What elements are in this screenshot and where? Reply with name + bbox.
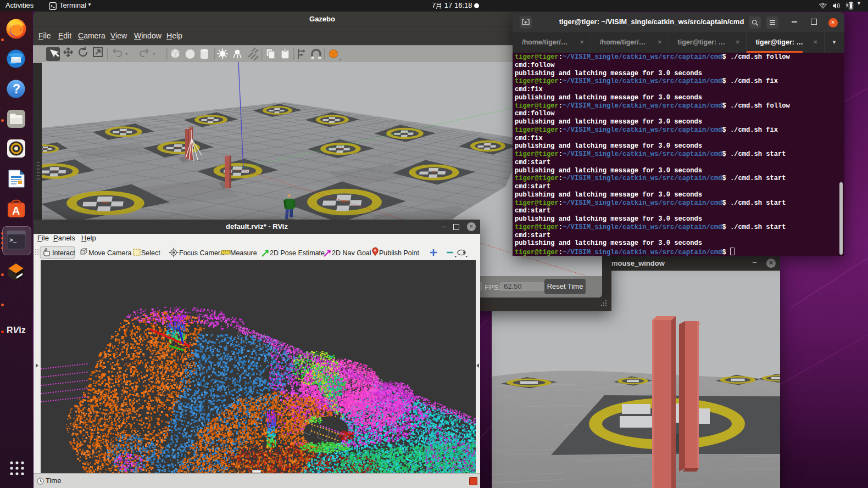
svg-text:?: ? xyxy=(821,2,825,8)
svg-text:2D Nav Goal: 2D Nav Goal xyxy=(332,249,371,257)
svg-text:2D Pose Estimate: 2D Pose Estimate xyxy=(270,249,325,257)
svg-text:>_: >_ xyxy=(9,237,17,244)
svg-text:Focus Camera: Focus Camera xyxy=(179,249,224,257)
svg-text:Move Camera: Move Camera xyxy=(88,249,132,257)
svg-text:?: ? xyxy=(13,82,20,96)
svg-text:Publish Point: Publish Point xyxy=(379,249,419,257)
svg-text:Select: Select xyxy=(141,249,160,257)
svg-text:Measure: Measure xyxy=(230,249,257,257)
svg-text:A: A xyxy=(12,205,20,217)
svg-text:Interact: Interact xyxy=(52,249,75,257)
